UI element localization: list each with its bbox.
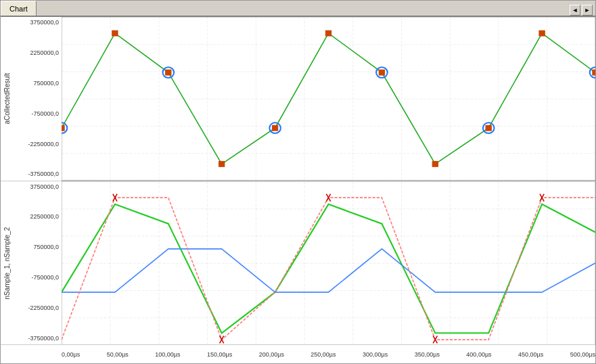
x-label-10: 500,00µs — [570, 351, 595, 358]
x-label-2: 100,00µs — [155, 351, 180, 358]
top-marker-2 — [166, 70, 171, 75]
top-y-tick-1: 3750000,0 — [30, 20, 59, 26]
x-label-7: 350,00µs — [415, 351, 440, 358]
top-marker-10 — [593, 70, 595, 75]
x-label-1: 50,00µs — [107, 351, 129, 358]
top-marker-5 — [325, 30, 331, 36]
bottom-y-tick-1: 3750000,0 — [30, 184, 59, 190]
prev-icon: ◄ — [572, 7, 578, 14]
tab-bar: Chart ◄ ► — [1, 1, 595, 17]
x-label-5: 250,00µs — [311, 351, 336, 358]
top-y-axis: 3750000,0 2250000,0 750000,0 -750000,0 -… — [13, 17, 62, 181]
top-marker-0 — [62, 125, 64, 131]
top-marker-7 — [432, 161, 438, 166]
tab-chart[interactable]: Chart — [1, 1, 37, 16]
top-marker-8 — [486, 125, 491, 131]
next-icon: ► — [584, 7, 591, 14]
top-chart-area — [62, 17, 595, 181]
top-y-tick-3: 750000,0 — [33, 81, 59, 87]
prev-button[interactable]: ◄ — [570, 5, 580, 16]
top-y-tick-4: -750000,0 — [31, 111, 59, 117]
x-axis-row: 0,00µs 50,00µs 100,00µs 150,00µs 200,00µ… — [1, 344, 595, 363]
window-controls: ◄ ► — [570, 5, 595, 16]
top-y-tick-2: 2250000,0 — [30, 50, 59, 56]
x-label-8: 400,00µs — [466, 351, 491, 358]
bottom-chart-svg — [62, 181, 595, 345]
x-label-3: 150,00µs — [207, 351, 232, 358]
bottom-chart-panel: nSample_1, nSample_2 3750000,0 2250000,0… — [1, 181, 595, 345]
top-chart-svg — [62, 17, 595, 181]
top-marker-4 — [272, 125, 277, 131]
bottom-y-tick-4: -750000,0 — [31, 275, 59, 281]
x-axis-spacer — [1, 345, 62, 363]
main-window: Chart ◄ ► aCollectedResult 3750000,0 225… — [0, 0, 596, 364]
x-label-0: 0,00µs — [62, 351, 80, 358]
tab-chart-label: Chart — [9, 5, 28, 13]
top-y-axis-label: aCollectedResult — [1, 17, 13, 181]
top-y-tick-5: -2250000,0 — [28, 141, 59, 147]
bottom-y-axis-label: nSample_1, nSample_2 — [1, 181, 13, 345]
top-marker-1 — [112, 30, 118, 36]
bottom-y-axis: 3750000,0 2250000,0 750000,0 -750000,0 -… — [13, 181, 62, 345]
top-marker-3 — [219, 161, 225, 166]
svg-rect-4 — [62, 17, 595, 181]
svg-rect-10 — [62, 181, 595, 345]
x-label-4: 200,00µs — [259, 351, 284, 358]
top-marker-6 — [379, 70, 384, 75]
x-label-6: 300,00µs — [363, 351, 388, 358]
top-marker-9 — [539, 30, 545, 36]
bottom-y-tick-5: -2250000,0 — [28, 305, 59, 311]
bottom-y-tick-3: 750000,0 — [33, 244, 59, 250]
charts-container: aCollectedResult 3750000,0 2250000,0 750… — [1, 17, 595, 363]
bottom-y-tick-6: -3750000,0 — [28, 336, 59, 342]
bottom-y-tick-2: 2250000,0 — [30, 214, 59, 220]
next-button[interactable]: ► — [582, 5, 593, 16]
x-label-9: 450,00µs — [518, 351, 543, 358]
top-y-tick-6: -3750000,0 — [28, 171, 59, 177]
x-axis-labels: 0,00µs 50,00µs 100,00µs 150,00µs 200,00µ… — [62, 345, 595, 363]
top-chart-panel: aCollectedResult 3750000,0 2250000,0 750… — [1, 17, 595, 181]
bottom-chart-area — [62, 181, 595, 345]
